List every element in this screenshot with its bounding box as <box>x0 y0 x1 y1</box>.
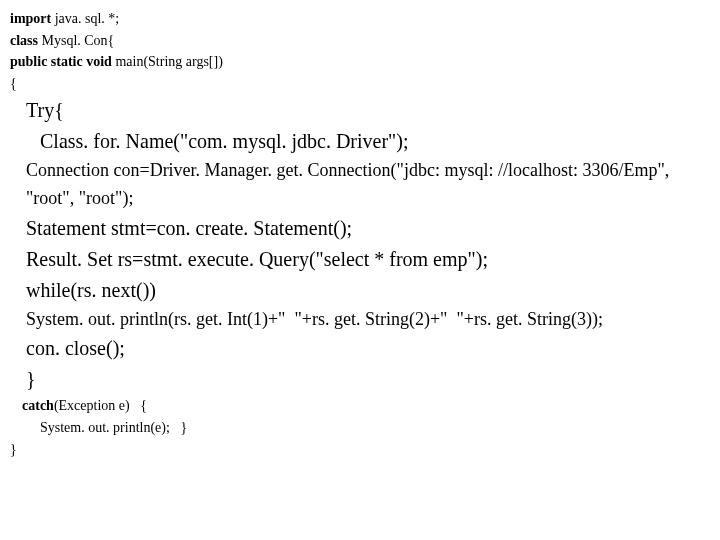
code-text: } <box>10 442 17 457</box>
keyword-catch: catch <box>22 398 54 413</box>
code-line: { <box>10 73 710 95</box>
code-text: java. sql. *; <box>51 11 119 26</box>
code-line: public static void main(String args[]) <box>10 51 710 73</box>
code-text: (Exception e) { <box>54 398 147 413</box>
code-text: { <box>10 76 17 91</box>
keyword-public-static-void: public static void <box>10 54 112 69</box>
code-text: Class. for. Name("com. mysql. jdbc. Driv… <box>40 130 408 152</box>
code-text: System. out. println(e); } <box>40 420 187 435</box>
code-line: Result. Set rs=stmt. execute. Query("sel… <box>10 244 710 275</box>
code-text: con. close(); <box>26 337 125 359</box>
keyword-class: class <box>10 33 38 48</box>
code-text: } <box>26 368 36 390</box>
code-text: Mysql. Con{ <box>38 33 114 48</box>
code-text: "root", "root"); <box>26 188 133 208</box>
code-line: "root", "root"); <box>10 185 710 213</box>
code-text: Try{ <box>26 99 64 121</box>
code-text: System. out. println(rs. get. Int(1)+" "… <box>26 309 603 329</box>
code-line: class Mysql. Con{ <box>10 30 710 52</box>
code-text: while(rs. next()) <box>26 279 156 301</box>
code-line: Statement stmt=con. create. Statement(); <box>10 213 710 244</box>
code-line: } <box>10 439 710 461</box>
code-line: catch(Exception e) { <box>10 395 710 417</box>
code-line: while(rs. next()) <box>10 275 710 306</box>
code-line: Class. for. Name("com. mysql. jdbc. Driv… <box>10 126 710 157</box>
code-line: import java. sql. *; <box>10 8 710 30</box>
code-line: System. out. println(rs. get. Int(1)+" "… <box>10 306 710 334</box>
code-line: Try{ <box>10 95 710 126</box>
code-text: main(String args[]) <box>112 54 223 69</box>
code-text: Connection con=Driver. Manager. get. Con… <box>26 160 669 180</box>
keyword-import: import <box>10 11 51 26</box>
code-line: System. out. println(e); } <box>10 417 710 439</box>
code-text: Result. Set rs=stmt. execute. Query("sel… <box>26 248 488 270</box>
code-text: Statement stmt=con. create. Statement(); <box>26 217 352 239</box>
code-line: } <box>10 364 710 395</box>
code-line: con. close(); <box>10 333 710 364</box>
code-line: Connection con=Driver. Manager. get. Con… <box>10 157 710 185</box>
